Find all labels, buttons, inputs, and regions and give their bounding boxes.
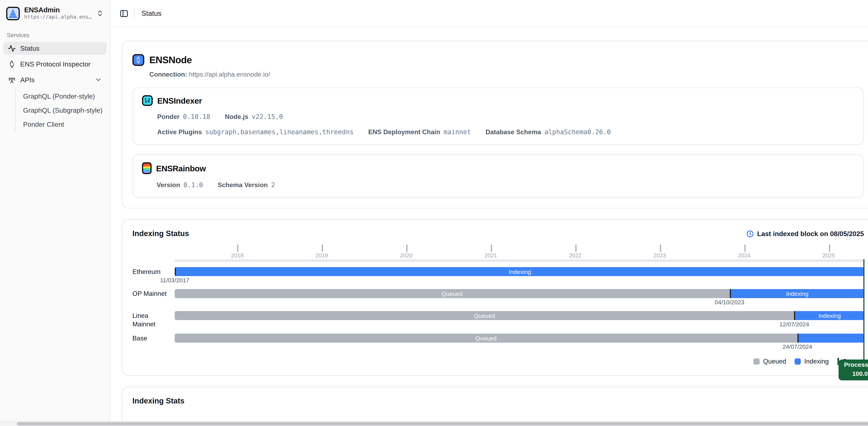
- field: ENS Deployment Chain mainnet: [368, 128, 471, 136]
- sidebar-item-label: APIs: [20, 76, 35, 84]
- axis-tick-label: 2018: [231, 252, 244, 258]
- ensrainbow-header: ENSRainbow: [142, 162, 854, 174]
- chart-row-ethereum: EthereumIndexing11/03/2017: [132, 267, 864, 284]
- segment-label: Indexing: [818, 312, 841, 319]
- sidebar-item-label: Status: [20, 44, 39, 52]
- legend-label: Queued: [763, 358, 786, 365]
- sidebar-item-status[interactable]: Status: [3, 42, 106, 55]
- sidebar-subitem-graphql-subgraph[interactable]: GraphQL (Subgraph-style): [23, 103, 106, 117]
- ensindexer-fields-row1: Ponder 0.10.18 Node.js v22.15.0: [157, 113, 855, 120]
- ensnode-header: ENSNode: [132, 54, 864, 66]
- ensnode-icon: [132, 54, 144, 66]
- chart-row-op-mainnet: OP MainnetQueuedIndexing04/10/2023: [132, 289, 864, 306]
- segment-date: 24/07/2024: [783, 343, 812, 350]
- chain-label: Linea Mainnet: [132, 311, 175, 329]
- axis-tick: [322, 245, 323, 252]
- axis-tick: [660, 245, 661, 252]
- ensnode-card: ENSNode Connection: https://api.alpha.en…: [122, 41, 868, 209]
- field-value: 0.10.18: [183, 113, 210, 120]
- ensindexer-card: ENSIndexer Ponder 0.10.18 Node.js v22.15…: [132, 87, 864, 145]
- axis-tick-label: 2020: [400, 252, 412, 258]
- indexing-status-title: Indexing Status: [132, 229, 189, 238]
- timeline-segment-indexing[interactable]: Indexing: [175, 267, 864, 276]
- sidebar-toggle-icon[interactable]: [119, 9, 128, 18]
- chart-row-base: BaseQueued24/07/2024: [132, 333, 864, 350]
- field: Version 0.1.0: [157, 181, 203, 189]
- field-value: 2: [271, 181, 275, 189]
- field-value: mainnet: [443, 128, 471, 136]
- subitem-label: GraphQL (Subgraph-style): [23, 106, 102, 114]
- subitem-label: GraphQL (Ponder-style): [23, 92, 95, 100]
- axis-tick: [406, 245, 407, 252]
- timeline-segment-indexing[interactable]: Indexing: [730, 289, 864, 298]
- sidebar: ENSAdmin https://api.alpha.ens… Services…: [0, 0, 111, 426]
- sidebar-section-label: Services: [7, 32, 103, 38]
- field-label: Schema Version: [218, 181, 268, 188]
- axis-tick-label: 2021: [485, 252, 497, 258]
- field: Database Schema alphaSchema0.26.0: [486, 128, 611, 136]
- chevrons-up-down-icon: [96, 9, 104, 17]
- ensrainbow-icon: [142, 162, 152, 174]
- indexing-stats-card: Indexing Stats: [122, 387, 868, 426]
- field-label: Active Plugins: [157, 128, 202, 135]
- chart-axis: 20182019202020212022202320242025: [175, 245, 864, 259]
- field: Schema Version 2: [218, 181, 275, 189]
- indexing-chart: 20182019202020212022202320242025 Ethereu…: [132, 245, 864, 365]
- horizontal-scrollbar-thumb[interactable]: [17, 422, 868, 425]
- segment-label: Indexing: [509, 268, 531, 275]
- axis-tick-label: 2022: [569, 252, 582, 258]
- field: Active Plugins subgraph,basenames,linean…: [157, 128, 353, 136]
- tooltip-line1: Processing data: [844, 361, 868, 370]
- chain-timeline: QueuedIndexing04/10/2023: [175, 289, 864, 306]
- field-label: Version: [157, 181, 180, 188]
- axis-tick-label: 2024: [738, 252, 750, 258]
- last-indexed-block: Last indexed block on 08/05/2025: [746, 230, 864, 238]
- ens-lens-icon: [8, 60, 16, 68]
- chart-row-linea-mainnet: Linea MainnetQueuedIndexing12/07/2024: [132, 311, 864, 329]
- indexing-status-card: Indexing Status Last indexed block on 08…: [122, 219, 868, 376]
- segment-label: Queued: [475, 335, 496, 341]
- clock-icon: [746, 230, 754, 238]
- indexing-stats-title: Indexing Stats: [132, 397, 864, 405]
- field-label: Ponder: [157, 113, 180, 120]
- legend-swatch: [753, 358, 760, 365]
- connection-url: https://api.alpha.ensnode.io/: [189, 71, 270, 78]
- connection-line: Connection: https://api.alpha.ensnode.io…: [149, 71, 864, 78]
- segment-label: Queued: [474, 312, 495, 319]
- sidebar-item-ens-protocol-inspector[interactable]: ENS Protocol Inspector: [3, 58, 106, 71]
- axis-tick: [491, 245, 492, 252]
- sidebar-item-apis[interactable]: APIs: [3, 73, 106, 87]
- content: ENSNode Connection: https://api.alpha.en…: [111, 27, 868, 426]
- legend-label: Indexing: [804, 358, 829, 365]
- breadcrumb: Status: [142, 9, 161, 17]
- chain-label: Base: [132, 333, 175, 350]
- main-area: Status ENSNode Connection: https://api.a…: [111, 0, 868, 426]
- horizontal-scrollbar-track[interactable]: [0, 421, 868, 426]
- segment-label: Indexing: [786, 290, 808, 297]
- connection-label: Connection:: [149, 71, 187, 78]
- axis-tick: [575, 245, 576, 252]
- timeline-segment-queued[interactable]: Queued: [175, 311, 794, 320]
- segment-date: 12/07/2024: [779, 321, 809, 327]
- axis-tick: [237, 245, 238, 252]
- timeline-segment-indexing[interactable]: [797, 333, 864, 342]
- legend-item-queued: Queued: [753, 358, 786, 365]
- chain-label: OP Mainnet: [132, 289, 175, 306]
- subitem-label: Ponder Client: [23, 120, 64, 128]
- field-value: v22.15.0: [252, 113, 283, 120]
- field-value: subgraph,basenames,lineanames,threedns: [205, 128, 353, 136]
- app-switcher-text: ENSAdmin https://api.alpha.ens…: [24, 6, 92, 21]
- field-label: ENS Deployment Chain: [368, 128, 440, 135]
- field-label: Node.js: [225, 113, 248, 120]
- app-switcher[interactable]: ENSAdmin https://api.alpha.ens…: [3, 4, 106, 22]
- ensindexer-icon: [142, 95, 153, 106]
- activity-icon: [8, 44, 16, 52]
- ensrainbow-title: ENSRainbow: [156, 164, 206, 173]
- timeline-segment-queued[interactable]: Queued: [175, 333, 797, 342]
- chart-rows: EthereumIndexing11/03/2017OP MainnetQueu…: [132, 267, 864, 351]
- timeline-segment-queued[interactable]: Queued: [175, 289, 730, 298]
- sidebar-subitem-graphql-ponder[interactable]: GraphQL (Ponder-style): [23, 89, 106, 103]
- app-window: ENSAdmin https://api.alpha.ens… Services…: [0, 0, 868, 426]
- sidebar-subitem-ponder-client[interactable]: Ponder Client: [23, 117, 106, 131]
- timeline-segment-indexing[interactable]: Indexing: [794, 311, 864, 320]
